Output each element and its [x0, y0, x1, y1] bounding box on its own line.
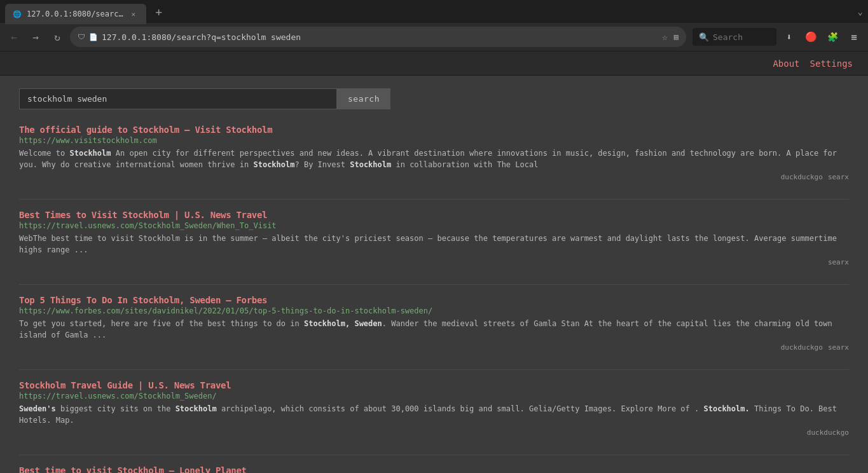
result-url: https://www.forbes.com/sites/davidnikel/…: [19, 306, 849, 315]
result-item: Top 5 Things To Do In Stockholm, Sweden …: [19, 295, 849, 352]
result-source-link[interactable]: searx: [828, 173, 849, 181]
page-icon: 📄: [89, 33, 98, 41]
result-divider: [19, 199, 849, 200]
extension-icon: 🔴: [805, 31, 817, 43]
forward-button[interactable]: →: [27, 28, 45, 46]
url-input[interactable]: [102, 32, 656, 42]
reload-button[interactable]: ↻: [48, 28, 66, 46]
result-source-link[interactable]: searx: [828, 343, 849, 352]
result-item: Best Times to Visit Stockholm | U.S. New…: [19, 210, 849, 266]
settings-link[interactable]: Settings: [805, 56, 858, 71]
browser-toolbar: ← → ↻ 🛡 📄 ☆ ▤ 🔍 ⬇ 🔴 🧩 ≡: [0, 23, 868, 51]
result-title[interactable]: Top 5 Things To Do In Stockholm, Sweden …: [19, 295, 267, 305]
tab-bar: 🌐 127.0.0.1:8080/searc… ✕ + ⌄: [0, 0, 868, 23]
search-bar-row: search: [19, 88, 849, 109]
reader-mode-icon[interactable]: ▤: [674, 32, 679, 41]
download-button[interactable]: ⬇: [780, 28, 798, 46]
about-link[interactable]: About: [768, 56, 804, 71]
result-item: The official guide to Stockholm – Visit …: [19, 125, 849, 181]
tab-list-chevron[interactable]: ⌄: [858, 6, 863, 17]
result-source-link[interactable]: searx: [828, 258, 849, 266]
main-search-input[interactable]: [19, 88, 337, 109]
result-item: Stockholm Travel Guide | U.S. News Trave…: [19, 380, 849, 437]
result-source-link[interactable]: duckduckgo: [781, 173, 823, 181]
result-url: https://travel.usnews.com/Stockholm_Swed…: [19, 392, 849, 401]
tab-close-button[interactable]: ✕: [128, 9, 139, 19]
app-navbar: About Settings: [0, 51, 868, 76]
main-search-button[interactable]: search: [337, 88, 390, 109]
toolbar-right: 🔍 ⬇ 🔴 🧩 ≡: [692, 28, 863, 46]
results-list: The official guide to Stockholm – Visit …: [19, 125, 849, 473]
result-sources: duckduckgosearx: [19, 343, 849, 352]
result-sources: searx: [19, 258, 849, 266]
result-divider: [19, 455, 849, 455]
result-snippet: To get you started, here are five of the…: [19, 318, 849, 341]
result-source-link[interactable]: duckduckgo: [781, 343, 823, 352]
address-bar[interactable]: 🛡 📄 ☆ ▤: [70, 27, 686, 47]
browser-search-box[interactable]: 🔍: [692, 28, 776, 46]
new-tab-button[interactable]: +: [151, 4, 167, 19]
browser-chrome: 🌐 127.0.0.1:8080/searc… ✕ + ⌄ ← → ↻ 🛡 📄 …: [0, 0, 868, 51]
bookmark-star-icon[interactable]: ☆: [662, 32, 667, 42]
main-content: search The official guide to Stockholm –…: [0, 76, 868, 473]
result-divider: [19, 369, 849, 370]
result-divider: [19, 284, 849, 285]
tab-favicon: 🌐: [13, 10, 22, 18]
extension-button[interactable]: 🔴: [802, 28, 820, 46]
result-snippet: Welcome to Stockholm An open city for di…: [19, 147, 849, 170]
result-source-link[interactable]: duckduckgo: [807, 428, 849, 437]
menu-button[interactable]: ≡: [845, 28, 863, 46]
result-snippet: WebThe best time to visit Stockholm is i…: [19, 233, 849, 256]
browser-search-input[interactable]: [713, 32, 770, 42]
extensions-icon: 🧩: [827, 32, 838, 42]
result-title[interactable]: The official guide to Stockholm – Visit …: [19, 125, 272, 135]
download-icon: ⬇: [787, 32, 792, 42]
browser-search-icon: 🔍: [699, 32, 709, 42]
result-sources: duckduckgosearx: [19, 173, 849, 181]
result-url: https://www.visitstockholm.com: [19, 136, 849, 145]
hamburger-icon: ≡: [851, 31, 857, 43]
security-icon: 🛡: [78, 32, 85, 41]
result-title[interactable]: Best time to visit Stockholm – Lonely Pl…: [19, 465, 247, 473]
browser-tab[interactable]: 🌐 127.0.0.1:8080/searc… ✕: [5, 4, 146, 24]
result-title[interactable]: Stockholm Travel Guide | U.S. News Trave…: [19, 380, 231, 390]
result-snippet: Sweden's biggest city sits on the Stockh…: [19, 403, 849, 426]
result-title[interactable]: Best Times to Visit Stockholm | U.S. New…: [19, 210, 267, 220]
result-url: https://travel.usnews.com/Stockholm_Swed…: [19, 221, 849, 230]
back-button[interactable]: ←: [5, 28, 23, 46]
tab-title: 127.0.0.1:8080/searc…: [27, 10, 123, 18]
result-item: Best time to visit Stockholm – Lonely Pl…: [19, 465, 849, 473]
extensions-button[interactable]: 🧩: [823, 28, 841, 46]
result-sources: duckduckgo: [19, 428, 849, 437]
